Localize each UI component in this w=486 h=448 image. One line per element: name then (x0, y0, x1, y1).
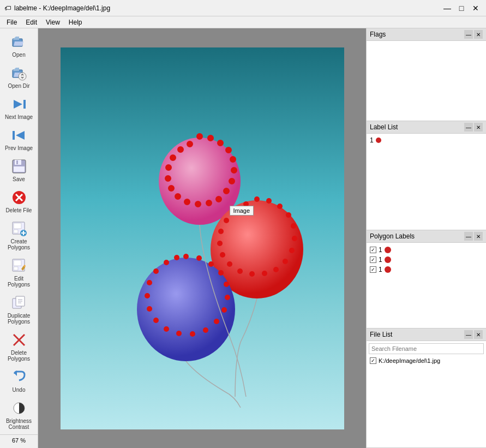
polygon-labels-minimize-button[interactable]: — (464, 232, 473, 241)
search-filename-input[interactable] (369, 343, 484, 354)
delete-polygons-icon (10, 331, 28, 349)
svg-point-88 (153, 318, 159, 323)
polygon-labels-content: ✓ 1 ✓ 1 ✓ 1 (367, 243, 486, 328)
delete-polygons-button[interactable]: Delete Polygons (3, 328, 35, 365)
flags-panel-content (367, 41, 486, 121)
minimize-button[interactable]: — (441, 2, 453, 14)
svg-rect-10 (14, 166, 25, 172)
svg-point-52 (170, 155, 176, 160)
create-polygons-button[interactable]: Create Polygons (3, 217, 35, 253)
menu-edit[interactable]: Edit (21, 17, 41, 27)
app-icon: 🏷 (4, 4, 11, 12)
menu-file[interactable]: File (2, 17, 21, 27)
file-list-panel: File List — ✕ ✓ K:/deepImage/del\1.jpg (367, 328, 486, 448)
poly-checkbox-1[interactable]: ✓ (370, 247, 376, 253)
svg-point-80 (224, 282, 229, 287)
svg-point-82 (221, 307, 227, 313)
polygon-labels-panel-buttons: — ✕ (464, 232, 483, 241)
undo-button[interactable]: Undo (3, 366, 35, 396)
titlebar-left: 🏷 labelme - K:/deepImage/del\1.jpg (4, 4, 110, 12)
edit-polygons-label: Edit Polygons (4, 276, 34, 288)
canvas-area[interactable]: Image (38, 28, 366, 448)
svg-point-69 (220, 252, 225, 258)
menu-help[interactable]: Help (64, 17, 87, 27)
delete-file-button[interactable]: Delete File (3, 186, 35, 216)
prev-image-button[interactable]: Prev Image (3, 124, 35, 154)
file-list-panel-title: File List (370, 331, 392, 338)
brightness-contrast-button[interactable]: Brightness Contrast (3, 397, 35, 433)
svg-point-53 (178, 147, 183, 152)
svg-point-46 (195, 201, 201, 207)
image-canvas: Image (61, 47, 344, 429)
prev-image-icon (10, 127, 28, 144)
poly-checkbox-3[interactable]: ✓ (370, 266, 376, 273)
svg-point-60 (291, 223, 296, 229)
file-list-panel-buttons: — ✕ (464, 330, 483, 339)
next-image-label: Next Image (5, 114, 33, 120)
undo-label: Undo (13, 387, 26, 393)
menubar: File Edit View Help (0, 16, 486, 28)
file-path-1: K:/deepImage/del\1.jpg (379, 357, 440, 364)
svg-point-94 (174, 255, 179, 260)
duplicate-polygons-icon (10, 294, 28, 312)
open-icon (10, 33, 28, 51)
prev-image-label: Prev Image (5, 145, 33, 151)
svg-point-72 (224, 218, 229, 223)
svg-point-77 (196, 255, 202, 261)
svg-point-90 (145, 293, 150, 298)
svg-point-42 (229, 178, 235, 184)
maximize-button[interactable]: □ (455, 2, 467, 14)
file-list-minimize-button[interactable]: — (464, 330, 473, 339)
poly-label-1: 1 (379, 246, 382, 254)
svg-point-76 (183, 254, 189, 259)
svg-point-37 (208, 135, 213, 141)
poly-color-dot-2 (385, 256, 391, 263)
svg-point-71 (218, 229, 224, 234)
svg-point-64 (273, 267, 279, 272)
open-dir-button[interactable]: Open Dir (3, 62, 35, 92)
svg-point-74 (243, 201, 249, 207)
flags-close-button[interactable]: ✕ (474, 30, 483, 39)
next-image-icon (10, 95, 28, 113)
svg-rect-9 (16, 160, 18, 164)
poly-checkbox-2[interactable]: ✓ (370, 256, 376, 263)
open-button[interactable]: Open (3, 31, 35, 61)
list-item: ✓ 1 (369, 255, 484, 265)
duplicate-polygons-label: Duplicate Polygons (4, 313, 34, 325)
svg-point-58 (277, 204, 283, 209)
svg-rect-15 (14, 223, 21, 229)
list-item: ✓ K:/deepImage/del\1.jpg (369, 356, 484, 365)
flags-minimize-button[interactable]: — (464, 30, 473, 39)
file-list-close-button[interactable]: ✕ (474, 330, 483, 339)
file-checkbox-1[interactable]: ✓ (370, 357, 376, 364)
polygon-labels-close-button[interactable]: ✕ (474, 232, 483, 241)
duplicate-polygons-button[interactable]: Duplicate Polygons (3, 291, 35, 327)
svg-point-70 (217, 241, 223, 246)
svg-point-38 (218, 140, 223, 146)
save-button[interactable]: Save (3, 155, 35, 185)
label-list-minimize-button[interactable]: — (464, 123, 473, 132)
edit-polygons-icon (10, 257, 28, 274)
svg-point-84 (203, 327, 208, 333)
main-area: Open Open Dir (0, 28, 486, 448)
label-list-panel-buttons: — ✕ (464, 123, 483, 132)
menu-view[interactable]: View (41, 17, 64, 27)
svg-point-44 (216, 196, 221, 202)
svg-point-54 (187, 141, 193, 147)
flags-panel-header: Flags — ✕ (367, 28, 486, 41)
svg-point-56 (254, 196, 260, 202)
svg-point-93 (164, 260, 169, 265)
polygon-labels-panel: Polygon Labels — ✕ ✓ 1 ✓ 1 ✓ (367, 230, 486, 328)
polygon-labels-panel-header: Polygon Labels — ✕ (367, 230, 486, 243)
svg-point-81 (225, 295, 230, 300)
poly-color-dot-3 (385, 266, 391, 273)
next-image-button[interactable]: Next Image (3, 93, 35, 123)
label-list-close-button[interactable]: ✕ (474, 123, 483, 132)
undo-icon (10, 368, 28, 386)
svg-point-86 (176, 331, 182, 336)
edit-polygons-button[interactable]: Edit Polygons (3, 254, 35, 290)
close-button[interactable]: ✕ (470, 2, 482, 14)
svg-marker-3 (14, 100, 22, 109)
label-list-content: 1 (367, 134, 486, 230)
svg-point-78 (208, 261, 214, 267)
